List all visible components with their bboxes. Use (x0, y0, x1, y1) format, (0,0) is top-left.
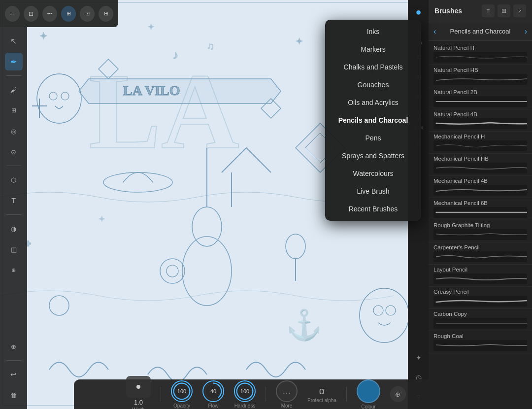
flow-slider[interactable]: 40 (202, 380, 224, 402)
width-label: Width (132, 407, 145, 409)
brush-name-8: Rough Graphite Tilting (433, 222, 527, 228)
view-button[interactable]: ⊡ (80, 6, 95, 22)
color-wheel-icon[interactable]: ● (411, 4, 427, 20)
brush-name-7: Mechanical Pencil 6B (433, 200, 527, 206)
eyedropper-button[interactable]: ⊕ (390, 386, 406, 402)
grid-view-button[interactable]: ⊞ (498, 4, 510, 17)
brush-item-content-9: Carpenter's Pencil (433, 244, 527, 262)
protect-alpha-control: α Protect alpha (307, 385, 336, 403)
smudge-tool[interactable]: ◑ (5, 220, 23, 238)
back-button[interactable]: ← (5, 6, 20, 22)
brush-item-4[interactable]: Mechanical Pencil H (429, 132, 532, 154)
hardness-control: 100 Hardness (234, 380, 256, 409)
separator-1 (161, 387, 161, 402)
brush-item-8[interactable]: Rough Graphite Tilting (429, 220, 532, 242)
protect-alpha-button[interactable]: α (319, 385, 325, 397)
menu-item-recent[interactable]: Recent Brushes (325, 200, 421, 218)
opacity-slider[interactable]: 100 (171, 380, 193, 402)
trash-button[interactable]: 🗑 (5, 386, 23, 404)
menu-item-oils[interactable]: Oils and Acrylics (325, 94, 421, 111)
back-icon: ← (9, 10, 16, 18)
colour-control: Colour (357, 379, 380, 409)
brush-item-13[interactable]: Rough Coal (429, 331, 532, 353)
protect-alpha-label: Protect alpha (307, 398, 336, 403)
pen-tool[interactable]: ✒ (5, 53, 23, 70)
shape-tool[interactable]: ◎ (5, 122, 23, 140)
clone-tool[interactable]: ⊕ (5, 261, 23, 279)
fill-tool[interactable]: ⬡ (5, 171, 23, 189)
menu-item-pencils[interactable]: Pencils and Charcoal (325, 111, 421, 129)
brush-item-3[interactable]: Natural Pencil 4B (429, 109, 532, 132)
brush-item-9[interactable]: Carpenter's Pencil (429, 242, 532, 265)
brush-item-7[interactable]: Mechanical Pencil 6B (429, 198, 532, 220)
menu-item-watercolours[interactable]: Watercolours (325, 165, 421, 182)
brush-preview-1 (433, 74, 527, 85)
brush-preview-7 (433, 207, 527, 218)
brush-item-2[interactable]: Natural Pencil 2B (429, 87, 532, 109)
more-button[interactable]: … (276, 380, 298, 402)
menu-item-gouaches[interactable]: Gouaches (325, 76, 421, 94)
brush-item-content-0: Natural Pencil H (433, 45, 527, 63)
next-category-button[interactable]: › (524, 27, 528, 36)
brush-preview-11 (433, 296, 527, 307)
liquify-tool[interactable]: ⊙ (5, 143, 23, 161)
import-button[interactable]: ↗ (513, 4, 526, 17)
brush-name-3: Natural Pencil 4B (433, 111, 527, 117)
menu-item-live-brush[interactable]: Live Brush (325, 182, 421, 200)
brush-item-0[interactable]: Natural Pencil H (429, 43, 532, 65)
svg-text:♪: ♪ (172, 48, 178, 62)
text-tool[interactable]: T (5, 192, 23, 209)
svg-text:✦: ✦ (296, 36, 303, 46)
move-tool[interactable]: ↖ (5, 32, 23, 50)
brush-name-0: Natural Pencil H (433, 45, 527, 51)
more-control: … More (276, 380, 298, 409)
list-view-button[interactable]: ≡ (482, 4, 495, 17)
menu-item-markers[interactable]: Markers (325, 40, 421, 58)
duplicate-button[interactable]: ⊡ (24, 6, 38, 22)
flow-label: Flow (208, 403, 218, 409)
brush-item-10[interactable]: Layout Pencil (429, 265, 532, 287)
svg-text:⚓: ⚓ (286, 307, 323, 342)
menu-item-sprays[interactable]: Sprays and Spatters (325, 147, 421, 165)
brush-preview-9 (433, 251, 527, 262)
flow-control: 40 Flow (202, 380, 224, 409)
erase-tool[interactable]: ◫ (5, 240, 23, 258)
brush-item-12[interactable]: Carbon Copy (429, 309, 532, 331)
brush-preview-0 (433, 52, 527, 63)
prev-category-button[interactable]: ‹ (432, 27, 437, 36)
grid-toggle-button[interactable]: ⊞ (61, 6, 76, 22)
brush-item-6[interactable]: Mechanical Pencil 4B (429, 176, 532, 198)
opacity-control: 100 Opacity (171, 380, 193, 409)
undo-button-left[interactable]: ↩ (5, 366, 23, 383)
brush-name-12: Carbon Copy (433, 311, 527, 317)
menu-item-pens[interactable]: Pens (325, 129, 421, 147)
menu-item-inks[interactable]: Inks (325, 23, 421, 40)
brush-preview-13 (433, 340, 527, 351)
hardness-slider[interactable]: 100 (234, 380, 256, 402)
eyedropper-icon: ⊕ (395, 391, 400, 398)
tool-separator-1 (6, 75, 21, 76)
brush-tool[interactable]: 🖌 (5, 81, 23, 99)
brush-name-4: Mechanical Pencil H (433, 134, 527, 139)
svg-rect-34 (433, 140, 527, 151)
top-toolbar: ← ⊡ ••• ⊞ ⊡ ⊞ (0, 0, 118, 27)
eyedropper-tool[interactable]: ⊕ (5, 338, 23, 355)
more-icon: … (282, 386, 291, 396)
width-slider[interactable] (126, 376, 151, 398)
more-button[interactable]: ••• (42, 6, 57, 22)
sparkle-icon[interactable]: ✦ (411, 350, 427, 366)
brush-item-11[interactable]: Greasy Pencil (429, 287, 532, 309)
brush-item-1[interactable]: Natural Pencil HB (429, 65, 532, 87)
svg-text:♫: ♫ (207, 40, 214, 51)
grid-view-tool[interactable]: ⊞ (5, 102, 23, 119)
view-icon: ⊡ (85, 10, 90, 17)
brush-item-5[interactable]: Mechanical Pencil HB (429, 154, 532, 176)
colour-swatch[interactable] (357, 379, 380, 403)
width-value: 1.0 (134, 399, 143, 406)
menu-item-chalks[interactable]: Chalks and Pastels (325, 58, 421, 76)
more-label: More (281, 403, 293, 409)
brush-item-content-3: Natural Pencil 4B (433, 111, 527, 129)
svg-rect-30 (433, 52, 527, 63)
brush-item-content-6: Mechanical Pencil 4B (433, 178, 527, 196)
settings-button[interactable]: ⊞ (99, 6, 113, 22)
